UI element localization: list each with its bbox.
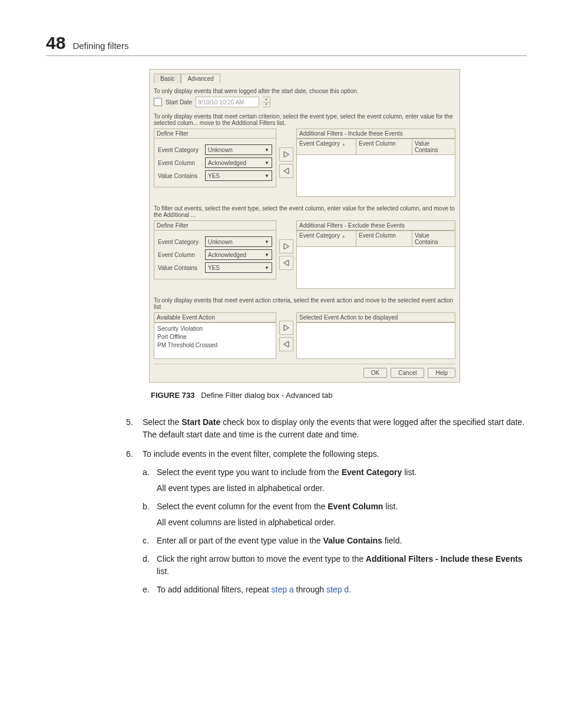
step-6: 6. To include events in the event filter… bbox=[46, 448, 527, 602]
selected-action-title: Selected Event Action to be displayed bbox=[296, 312, 455, 322]
ok-button[interactable]: OK bbox=[363, 368, 387, 378]
include-table-header: Event Category ▲ Event Column Value Cont… bbox=[296, 139, 455, 155]
move-right-button-2[interactable] bbox=[279, 239, 293, 253]
exclude-table-body[interactable] bbox=[296, 247, 455, 289]
start-date-desc: To only display events that were logged … bbox=[154, 88, 455, 94]
event-category-label: Event Category bbox=[158, 147, 205, 153]
chapter-number: 48 bbox=[46, 33, 65, 53]
tab-basic[interactable]: Basic bbox=[154, 74, 181, 83]
step-6a: a. Select the event type you want to inc… bbox=[143, 466, 527, 495]
value-contains-select-2[interactable]: YES▼ bbox=[205, 262, 272, 273]
sort-asc-icon-2: ▲ bbox=[342, 234, 346, 238]
move-right-button-1[interactable] bbox=[279, 147, 293, 162]
tab-advanced[interactable]: Advanced bbox=[181, 74, 220, 83]
include-table-body[interactable] bbox=[296, 155, 455, 197]
chapter-title: Defining filters bbox=[72, 41, 128, 51]
start-date-checkbox[interactable] bbox=[154, 98, 162, 106]
selected-actions-list[interactable] bbox=[296, 322, 455, 359]
list-item: Port Offline bbox=[157, 333, 273, 341]
available-action-title: Available Event Action bbox=[154, 312, 276, 322]
step-6c: c. Enter all or part of the event type v… bbox=[143, 535, 527, 547]
include-help: To only display events that meet certain… bbox=[154, 113, 455, 126]
exclude-help: To filter out events, select the event t… bbox=[154, 205, 455, 218]
step-6e: e. To add additional filters, repeat ste… bbox=[143, 584, 527, 596]
move-right-button-3[interactable] bbox=[279, 321, 293, 335]
available-actions-list[interactable]: Security Violation Port Offline PM Thres… bbox=[154, 322, 276, 359]
step-5: 5. Select the Start Date check box to di… bbox=[46, 416, 527, 441]
start-date-input[interactable]: 9/10/10 10:20 AM bbox=[196, 97, 259, 107]
list-item: PM Threshold Crossed bbox=[157, 341, 273, 350]
link-step-d[interactable]: step d bbox=[326, 585, 349, 594]
cancel-button[interactable]: Cancel bbox=[391, 368, 424, 378]
start-date-label: Start Date bbox=[166, 99, 192, 106]
event-column-label: Event Column bbox=[158, 160, 205, 166]
include-filters-title: Additional Filters - Include these Event… bbox=[296, 129, 455, 139]
link-step-a[interactable]: step a bbox=[272, 585, 294, 594]
define-filter-title-2: Define Filter bbox=[154, 220, 276, 230]
help-button[interactable]: Help bbox=[428, 368, 455, 378]
event-category-select-2[interactable]: Unknown▼ bbox=[205, 236, 272, 247]
start-date-spinner[interactable]: ▲▼ bbox=[263, 97, 270, 107]
sort-asc-icon: ▲ bbox=[342, 142, 346, 146]
page-header: 48 Defining filters bbox=[46, 33, 527, 56]
value-contains-select-1[interactable]: YES▼ bbox=[205, 170, 272, 181]
step-6b: b. Select the event column for the event… bbox=[143, 500, 527, 529]
action-help: To only display events that meet event a… bbox=[154, 297, 455, 310]
dialog-screenshot: Basic Advanced To only display events th… bbox=[149, 69, 460, 383]
list-item: Security Violation bbox=[157, 325, 273, 333]
move-left-button-3[interactable] bbox=[279, 337, 293, 351]
move-left-button-1[interactable] bbox=[279, 164, 293, 178]
step-6d: d. Click the right arrow button to move … bbox=[143, 553, 527, 578]
move-left-button-2[interactable] bbox=[279, 256, 293, 270]
exclude-table-header: Event Category ▲ Event Column Value Cont… bbox=[296, 230, 455, 247]
event-column-select-1[interactable]: Acknowledged▼ bbox=[205, 157, 272, 168]
exclude-filters-title: Additional Filters - Exclude these Event… bbox=[296, 220, 455, 230]
define-filter-title-1: Define Filter bbox=[154, 129, 276, 139]
figure-caption: FIGURE 733 Define Filter dialog box - Ad… bbox=[151, 391, 527, 400]
event-category-select-1[interactable]: Unknown▼ bbox=[205, 144, 272, 155]
value-contains-label: Value Contains bbox=[158, 173, 205, 179]
event-column-select-2[interactable]: Acknowledged▼ bbox=[205, 249, 272, 260]
